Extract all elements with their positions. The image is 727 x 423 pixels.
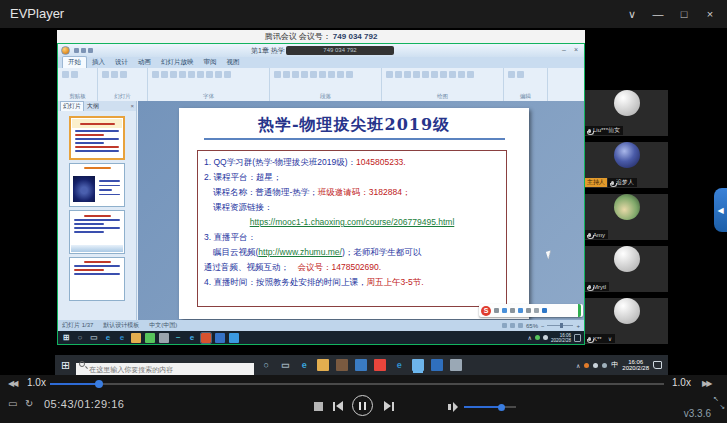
- normal-view-icon[interactable]: [502, 323, 507, 328]
- file-explorer-icon[interactable]: [131, 333, 141, 343]
- stop-button[interactable]: [314, 402, 323, 411]
- annotate-icon[interactable]: [494, 308, 499, 313]
- onedrive-icon[interactable]: [450, 359, 462, 371]
- slide-thumbnail-3[interactable]: [69, 210, 125, 254]
- speed-down-icon[interactable]: ◀◀: [8, 379, 16, 388]
- zoom-in-icon[interactable]: +: [576, 323, 580, 329]
- volume-knob[interactable]: [498, 404, 505, 411]
- edge-icon[interactable]: e: [298, 359, 310, 371]
- seek-knob[interactable]: [95, 380, 103, 388]
- participant-tile-5[interactable]: K**∨: [585, 298, 668, 344]
- video-surface[interactable]: 腾讯会议 会议号： 749 034 792 第1章 热学 [兼容模式] - Mi…: [0, 28, 727, 375]
- volume-tray-icon[interactable]: [602, 363, 607, 368]
- ribbon-tab-4[interactable]: 动画: [133, 57, 156, 68]
- slide-thumbnail-1[interactable]: [69, 116, 125, 160]
- ribbon-tab-2[interactable]: 插入: [87, 57, 110, 68]
- zoom-out-icon[interactable]: −: [541, 323, 545, 329]
- tab-slides[interactable]: 幻灯片: [60, 101, 84, 111]
- previous-button[interactable]: [333, 401, 343, 411]
- app-tile-icon[interactable]: [215, 333, 225, 343]
- wechat-icon[interactable]: [145, 333, 155, 343]
- mail-icon[interactable]: [355, 359, 367, 371]
- taskbar-search[interactable]: [76, 358, 254, 372]
- volume-slider[interactable]: [464, 406, 516, 408]
- start-icon[interactable]: ⊞: [61, 333, 71, 343]
- fullscreen-icon[interactable]: ↖↘: [713, 397, 725, 409]
- slide-thumbnail-2[interactable]: [69, 163, 125, 207]
- playlist-panel-handle[interactable]: ◀: [714, 188, 727, 232]
- volume-control[interactable]: [448, 402, 516, 412]
- mic-toggle-icon[interactable]: [518, 308, 523, 313]
- camera-toggle-icon[interactable]: [526, 308, 531, 313]
- tab-outline[interactable]: 大纲: [87, 102, 99, 111]
- repeat-icon[interactable]: ↻: [25, 398, 33, 409]
- hyperlink[interactable]: http://www.zhumu.me/: [258, 247, 342, 257]
- more-icon[interactable]: [542, 308, 547, 313]
- slide-text-line: 课程名称：普通物理-热学；班级邀请码：3182884；: [204, 185, 500, 200]
- settings-icon[interactable]: [534, 308, 539, 313]
- task-view-icon[interactable]: ▭: [279, 359, 291, 371]
- chevron-down-icon[interactable]: ∨: [608, 335, 612, 342]
- store-icon[interactable]: [336, 359, 348, 371]
- dropdown-menu-icon[interactable]: ∨: [619, 8, 645, 21]
- photos-icon[interactable]: [229, 333, 239, 343]
- pause-button[interactable]: [352, 395, 373, 416]
- participant-tile-3[interactable]: Amy: [585, 194, 668, 240]
- powerpoint-window-buttons[interactable]: – ×: [562, 46, 581, 53]
- ribbon-tab-3[interactable]: 设计: [110, 57, 133, 68]
- meeting-app-icon[interactable]: [412, 359, 424, 371]
- antivirus-tray-icon[interactable]: [535, 335, 540, 340]
- start-button-icon[interactable]: ⊞: [61, 359, 70, 372]
- playlist-icon[interactable]: ▭: [8, 398, 17, 409]
- ime-indicator[interactable]: 中: [611, 360, 618, 370]
- search-icon[interactable]: ○: [75, 333, 85, 343]
- speaker-icon[interactable]: [448, 404, 451, 410]
- ribbon-tab-5[interactable]: 幻灯片放映: [156, 57, 199, 68]
- shared-screen: 第1章 热学 [兼容模式] - Microsoft PowerPoint 749…: [57, 43, 585, 345]
- tray-chevron-icon[interactable]: ∧: [528, 334, 532, 341]
- chrome-icon[interactable]: [374, 359, 386, 371]
- ribbon-tab-7[interactable]: 视图: [222, 57, 245, 68]
- slideshow-view-icon[interactable]: [518, 323, 523, 328]
- task-view-icon[interactable]: ▭: [89, 333, 99, 343]
- firefox-tray-icon[interactable]: [584, 363, 589, 368]
- screen-share-toolbar[interactable]: S: [479, 304, 583, 317]
- ribbon-tab-6[interactable]: 审阅: [199, 57, 222, 68]
- hyperlink[interactable]: https://mooc1-1.chaoxing.com/course/2067…: [250, 217, 455, 227]
- cortana-icon[interactable]: ○: [260, 359, 272, 371]
- zoom-slider[interactable]: [547, 325, 573, 326]
- slide-text-segment: 通过音频、视频互动；: [204, 262, 298, 272]
- app-tile-icon[interactable]: [431, 359, 443, 371]
- mic-icon: [588, 129, 591, 133]
- eraser-icon[interactable]: [510, 308, 515, 313]
- speed-up-icon[interactable]: ▶▶: [702, 379, 710, 388]
- seek-bar[interactable]: [50, 383, 664, 385]
- pen-icon[interactable]: [502, 308, 507, 313]
- minimize-icon[interactable]: —: [645, 8, 671, 20]
- calculator-icon[interactable]: [159, 333, 169, 343]
- participant-tile-1[interactable]: Liu***仙女: [585, 90, 668, 136]
- file-explorer-icon[interactable]: [317, 359, 329, 371]
- media-player-icon[interactable]: ~: [173, 333, 183, 343]
- edge-2-icon[interactable]: e: [117, 333, 127, 343]
- powerpoint-icon[interactable]: [201, 333, 211, 343]
- tray-chevron-icon[interactable]: ∧: [576, 362, 580, 369]
- maximize-icon[interactable]: □: [671, 8, 697, 20]
- share-tool-logo-icon[interactable]: S: [481, 306, 491, 316]
- sorter-view-icon[interactable]: [510, 323, 515, 328]
- panel-close-icon[interactable]: ×: [130, 103, 134, 109]
- taskbar-clock[interactable]: 16:06 2020/2/28: [622, 359, 649, 372]
- display-tray-icon[interactable]: [593, 363, 598, 368]
- volume-tray-icon[interactable]: [543, 335, 548, 340]
- action-center-icon[interactable]: [653, 361, 662, 369]
- edge-icon[interactable]: e: [103, 333, 113, 343]
- participant-tile-4[interactable]: Mrytl: [585, 246, 668, 292]
- close-icon[interactable]: ×: [697, 8, 723, 20]
- action-center-icon[interactable]: [574, 334, 581, 342]
- ribbon-tab-1[interactable]: 开始: [62, 56, 87, 68]
- participant-tile-2[interactable]: 主持人追梦人: [585, 142, 668, 188]
- next-button[interactable]: [384, 401, 394, 411]
- edge-2-icon[interactable]: e: [393, 359, 405, 371]
- slide-thumbnail-4[interactable]: [69, 257, 125, 301]
- ie-icon[interactable]: e: [187, 333, 197, 343]
